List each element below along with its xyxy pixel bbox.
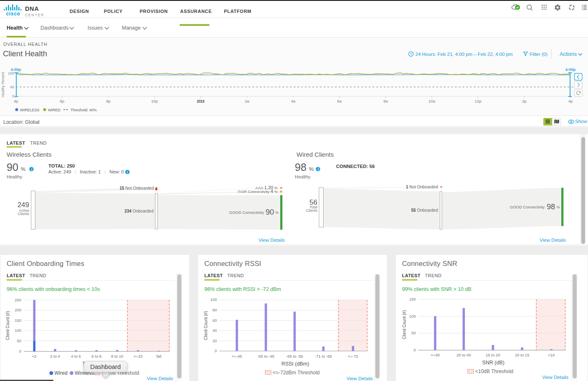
svg-text:>=-45: >=-45 [232,354,242,358]
svg-text:234 Onboarded: 234 Onboarded [124,209,153,213]
svg-text:100: 100 [15,328,21,333]
svg-text:Clients: Clients [18,212,29,216]
svg-text:4:00p: 4:00p [565,67,576,72]
svg-text:250: 250 [15,298,21,302]
svg-text:FAIR Connectivity 4 %: FAIR Connectivity 4 % [238,189,278,194]
svg-text:4a: 4a [291,99,296,103]
svg-text:0: 0 [414,348,416,352]
svg-text:150: 150 [409,297,416,301]
svg-text:Client Count (#): Client Count (#) [402,310,407,339]
svg-text:0: 0 [12,94,14,98]
svg-text:4p: 4p [14,99,18,103]
svg-text:-71 to -65: -71 to -65 [315,354,332,358]
svg-text:100: 100 [409,314,416,318]
svg-text:6a: 6a [337,99,342,103]
svg-text:Client Count (#): Client Count (#) [5,311,10,340]
svg-text:GOOD Connectivity: GOOD Connectivity [510,205,545,209]
svg-text:2a: 2a [245,99,249,103]
svg-text:%: % [275,211,279,215]
svg-text:Threshold: 40%: Threshold: 40% [70,108,97,112]
svg-text:60: 60 [212,318,217,323]
svg-text:10a: 10a [429,99,436,103]
svg-text:-55 to -45: -55 to -45 [257,354,274,358]
svg-text:249: 249 [18,201,29,209]
svg-text:%: % [557,205,560,209]
svg-text:40: 40 [212,328,217,333]
svg-text:>=10: >=10 [133,354,143,358]
svg-text:2/22: 2/22 [197,99,205,103]
svg-text:100: 100 [210,297,217,302]
svg-text:10 to 15: 10 to 15 [515,353,529,357]
svg-text:8 to 10: 8 to 10 [111,354,123,358]
svg-text:200: 200 [15,308,21,312]
svg-text:40: 40 [10,85,14,89]
svg-text:WIRED: WIRED [48,108,60,112]
svg-text:Healthy Percent: Healthy Percent [1,72,5,97]
svg-text:98: 98 [547,203,555,211]
svg-text:WIRELESS: WIRELESS [20,108,40,112]
svg-text:<=-72dBm Threshold: <=-72dBm Threshold [273,370,320,376]
svg-text:fail: fail [156,354,161,358]
svg-text:2 to 4: 2 to 4 [50,354,60,358]
svg-text:50: 50 [17,338,21,343]
svg-text:-65 to -55: -65 to -55 [286,354,303,358]
svg-text:150: 150 [15,318,21,323]
svg-text:100: 100 [8,71,14,75]
svg-text:20 to 40: 20 to 40 [457,353,471,357]
svg-text:0: 0 [19,349,21,353]
svg-text:SNR (dB): SNR (dB) [482,360,504,366]
svg-text:6p: 6p [60,99,65,103]
svg-text:10p: 10p [151,99,158,103]
svg-text:GOOD Connectivity: GOOD Connectivity [229,210,264,215]
svg-text:50: 50 [411,331,416,335]
svg-text:0: 0 [215,348,217,353]
svg-text:RSSI (dBm): RSSI (dBm) [281,361,309,367]
svg-text:8p: 8p [106,99,111,103]
svg-text:55 Onboarded: 55 Onboarded [411,208,438,213]
svg-text:15 Not Onboarded: 15 Not Onboarded [120,186,154,190]
svg-text:>=40: >=40 [431,353,440,357]
svg-text:Clients: Clients [306,208,317,213]
svg-text:1 Not Onboarded: 1 Not Onboarded [406,185,438,189]
svg-text:4p: 4p [568,99,573,103]
svg-text:Wired: Wired [55,370,68,376]
svg-text:15 to 20: 15 to 20 [486,353,500,357]
svg-text:80: 80 [212,308,217,312]
svg-text:6 to 8: 6 to 8 [92,354,102,358]
svg-text:Client Count (#): Client Count (#) [204,311,208,340]
svg-text:12p: 12p [475,99,481,103]
svg-text:2p: 2p [522,99,527,103]
svg-text:<10: <10 [548,353,555,357]
svg-text:<2: <2 [32,354,37,358]
svg-text:20: 20 [212,338,217,343]
svg-text:<=-72: <=-72 [348,354,358,358]
svg-text:90: 90 [266,208,274,216]
svg-text:<10dB Threshold: <10dB Threshold [475,368,514,374]
svg-text:4 to 6: 4 to 6 [71,354,81,358]
svg-text:8a: 8a [383,99,388,103]
